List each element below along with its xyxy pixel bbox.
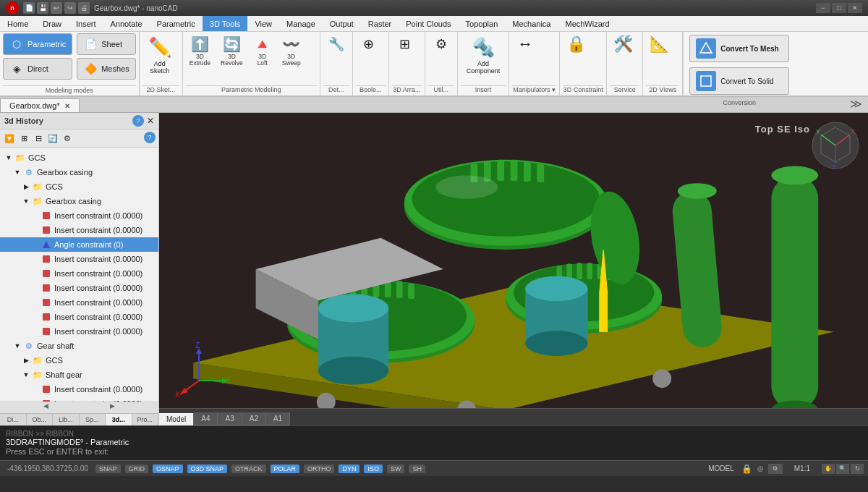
tree-item-2[interactable]: ▶📁GCS: [0, 179, 158, 194]
tab-a2[interactable]: A2: [242, 412, 266, 425]
tree-item-16[interactable]: Insert constraint (0.0000): [0, 382, 158, 396]
tree-item-0[interactable]: ▼📁GCS: [0, 150, 158, 165]
sidebar-close-button[interactable]: ✕: [147, 116, 154, 126]
sh-button[interactable]: SH: [409, 465, 425, 473]
arr-button[interactable]: ⊞: [392, 33, 418, 55]
sidebar-collapse-button[interactable]: ⊟: [32, 132, 45, 145]
tree-item-5[interactable]: Insert constraint (0.0000): [0, 223, 158, 237]
otrack-button[interactable]: OTRACK: [231, 465, 266, 473]
constraint-button[interactable]: 🔒: [563, 33, 589, 55]
viewport[interactable]: Top SE Iso X Y Z Z: [159, 113, 868, 425]
add-component-button[interactable]: 🔩 Add Component: [461, 33, 506, 77]
sidebar-tab-0[interactable]: Di...: [0, 414, 27, 425]
tree-toggle[interactable]: ▶: [22, 183, 30, 190]
sidebar-settings-button[interactable]: ⚙: [61, 132, 74, 145]
tree-item-7[interactable]: Insert constraint (0.0000): [0, 252, 158, 266]
sidebar-tab-3[interactable]: Sp...: [80, 414, 106, 425]
convert-to-mesh-button[interactable]: Convert To Mesh: [689, 35, 789, 62]
manip-button[interactable]: ↔️: [512, 33, 538, 55]
tree-toggle[interactable]: ▼: [22, 198, 30, 205]
tree-item-14[interactable]: ▶📁GCS: [0, 353, 158, 368]
tree-item-15[interactable]: ▼📁Shaft gear: [0, 368, 158, 382]
loft-button[interactable]: 🔺 3D Loft: [250, 33, 276, 69]
menu-mechanica[interactable]: Mechanica: [505, 16, 558, 31]
menu-home[interactable]: Home: [0, 16, 35, 31]
tree-item-9[interactable]: Insert constraint (0.0000): [0, 281, 158, 295]
util-button[interactable]: ⚙: [428, 33, 454, 55]
sidebar-tab-2[interactable]: Lib...: [53, 414, 80, 425]
tree-item-13[interactable]: ▼⚙Gear shaft: [0, 339, 158, 353]
tab-a4[interactable]: A4: [194, 412, 218, 425]
boole-button[interactable]: ⊕: [356, 33, 382, 55]
menu-3dtools[interactable]: 3D Tools: [203, 16, 248, 31]
scroll-right[interactable]: ▶: [110, 402, 115, 413]
sidebar-tab-1[interactable]: Ob...: [27, 414, 54, 425]
menu-view[interactable]: View: [247, 16, 279, 31]
det-button[interactable]: 🔧: [323, 33, 349, 55]
o3dsnap-button[interactable]: O3D SNAP: [187, 465, 228, 473]
views-button[interactable]: 📐: [646, 33, 672, 55]
menu-mechwizard[interactable]: MechWizard: [558, 16, 616, 31]
orbit-button[interactable]: ↻: [851, 464, 864, 474]
zoom-button[interactable]: 🔍: [836, 464, 849, 474]
menu-draw[interactable]: Draw: [35, 16, 69, 31]
sidebar-expand-button[interactable]: ⊞: [17, 132, 30, 145]
tree-toggle[interactable]: ▼: [5, 154, 12, 161]
menu-manage[interactable]: Manage: [279, 16, 323, 31]
tree-item-1[interactable]: ▼⚙Gearbox casing: [0, 165, 158, 179]
direct-mode-button[interactable]: ◈ Direct: [3, 58, 72, 80]
tab-a3[interactable]: A3: [218, 412, 242, 425]
sidebar-help-button[interactable]: ?: [132, 115, 144, 127]
ortho-button[interactable]: ORTHO: [304, 465, 334, 473]
sw-button[interactable]: SW: [387, 465, 405, 473]
polar-button[interactable]: POLAR: [271, 465, 300, 473]
scroll-left[interactable]: ◀: [43, 402, 48, 413]
undo-icon[interactable]: ↩: [51, 2, 62, 14]
close-button[interactable]: ✕: [848, 3, 862, 13]
menu-annotate[interactable]: Annotate: [103, 16, 150, 31]
maximize-button[interactable]: □: [832, 3, 846, 13]
menu-pointclouds[interactable]: Point Clouds: [399, 16, 458, 31]
extrude-button[interactable]: ⬆️ 3D Extrude: [186, 33, 214, 69]
pan-button[interactable]: ✋: [822, 464, 835, 474]
tab-a1[interactable]: A1: [266, 412, 290, 425]
tree-item-4[interactable]: Insert constraint (0.0000): [0, 208, 158, 223]
iso-button[interactable]: ISO: [364, 465, 383, 473]
tree-item-11[interactable]: Insert constraint (0.0000): [0, 310, 158, 324]
osnap-button[interactable]: OSNAP: [153, 465, 183, 473]
parametric-mode-button[interactable]: ⬡ Parametric: [3, 33, 72, 55]
tree-item-8[interactable]: Insert constraint (0.0000): [0, 266, 158, 281]
tab-model[interactable]: Model: [159, 413, 194, 425]
menu-topoplan[interactable]: Topoplan: [459, 16, 506, 31]
doc-tab-gearbox[interactable]: Gearbox.dwg* ✕: [0, 98, 80, 112]
tree-toggle[interactable]: ▼: [14, 342, 21, 349]
menu-parametric[interactable]: Parametric: [150, 16, 203, 31]
tree-item-17[interactable]: Insert constraint (0.0000): [0, 396, 158, 402]
save-icon[interactable]: 💾: [37, 2, 48, 14]
expand-button[interactable]: ≫: [844, 96, 868, 112]
revolve-button[interactable]: 🔄 3D Revolve: [217, 33, 247, 69]
sidebar-tab-4[interactable]: 3d...: [106, 414, 132, 425]
view-cube[interactable]: X Y Z: [810, 120, 861, 171]
minimize-button[interactable]: −: [816, 3, 830, 13]
service-button[interactable]: 🛠️: [610, 33, 636, 55]
sidebar-tab-5[interactable]: Pro...: [132, 414, 159, 425]
tree-item-6[interactable]: Angle constraint (0): [0, 237, 158, 252]
sidebar-help-icon[interactable]: ?: [144, 132, 156, 143]
menu-raster[interactable]: Raster: [361, 16, 399, 31]
sheet-mode-button[interactable]: 📄 Sheet: [77, 33, 136, 55]
grid-button[interactable]: GRID: [125, 465, 149, 473]
sidebar-filter-button[interactable]: 🔽: [3, 132, 16, 145]
file-icon[interactable]: 📄: [23, 2, 35, 14]
snap-settings-button[interactable]: ⚙: [768, 464, 783, 474]
add-sketch-button[interactable]: ✏️ Add Sketch: [142, 33, 177, 77]
doc-tab-close[interactable]: ✕: [64, 102, 70, 110]
tree-toggle[interactable]: ▼: [22, 371, 30, 378]
convert-to-solid-button[interactable]: Convert To Solid: [689, 67, 789, 95]
tree-item-3[interactable]: ▼📁Gearbox casing: [0, 194, 158, 208]
sweep-button[interactable]: 〰️ 3D Sweep: [278, 33, 305, 69]
print-icon[interactable]: 🖨: [78, 2, 90, 14]
menu-insert[interactable]: Insert: [69, 16, 103, 31]
tree-item-10[interactable]: Insert constraint (0.0000): [0, 295, 158, 310]
snap-button[interactable]: SNAP: [95, 465, 121, 473]
